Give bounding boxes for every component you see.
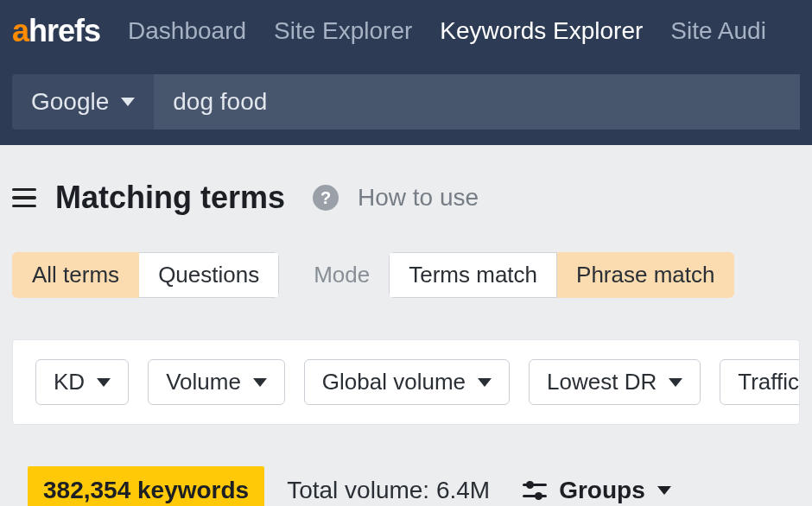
nav-keywords-explorer[interactable]: Keywords Explorer <box>440 17 643 45</box>
logo-a: a <box>12 13 29 49</box>
filter-lowest-dr[interactable]: Lowest DR <box>529 359 701 405</box>
groups-label: Groups <box>559 477 645 504</box>
keyword-search-input[interactable] <box>154 74 800 130</box>
nav-site-explorer[interactable]: Site Explorer <box>274 17 412 45</box>
logo[interactable]: ahrefs <box>12 13 100 49</box>
menu-icon[interactable] <box>12 188 36 208</box>
filter-lowest-dr-label: Lowest DR <box>547 369 657 395</box>
keywords-count-badge: 382,354 keywords <box>28 466 264 506</box>
logo-rest: hrefs <box>29 13 100 49</box>
mode-label: Mode <box>314 262 370 288</box>
help-icon[interactable]: ? <box>313 185 339 211</box>
chevron-down-icon <box>669 378 682 387</box>
chevron-down-icon <box>657 486 671 495</box>
filter-traffic-label: Traffic <box>738 369 799 395</box>
tab-terms-match[interactable]: Terms match <box>389 252 557 298</box>
filter-volume[interactable]: Volume <box>148 359 285 405</box>
chevron-down-icon <box>253 378 267 387</box>
nav-dashboard[interactable]: Dashboard <box>128 17 246 45</box>
chevron-down-icon <box>478 378 492 387</box>
nav-site-audit[interactable]: Site Audi <box>670 17 766 45</box>
tab-questions[interactable]: Questions <box>139 252 279 298</box>
total-volume: Total volume: 6.4M <box>287 477 490 504</box>
filter-volume-label: Volume <box>166 369 241 395</box>
filter-kd-label: KD <box>54 369 85 395</box>
filter-kd[interactable]: KD <box>35 359 129 405</box>
sliders-icon <box>523 481 547 500</box>
filter-global-volume-label: Global volume <box>322 369 466 395</box>
filter-bar: KD Volume Global volume Lowest DR Traffi… <box>12 339 800 425</box>
chevron-down-icon <box>121 98 135 106</box>
page-title: Matching terms <box>55 180 285 216</box>
how-to-use-link[interactable]: How to use <box>358 184 479 212</box>
tab-phrase-match[interactable]: Phrase match <box>557 252 734 298</box>
search-engine-select[interactable]: Google <box>12 74 154 130</box>
tab-all-terms[interactable]: All terms <box>12 252 139 298</box>
groups-toggle[interactable]: Groups <box>523 477 671 504</box>
search-engine-label: Google <box>31 88 109 116</box>
chevron-down-icon <box>97 378 111 387</box>
terms-tab-group: All terms Questions <box>12 252 279 298</box>
filter-traffic[interactable]: Traffic <box>720 359 800 405</box>
filter-global-volume[interactable]: Global volume <box>304 359 510 405</box>
mode-tab-group: Terms match Phrase match <box>389 252 734 298</box>
